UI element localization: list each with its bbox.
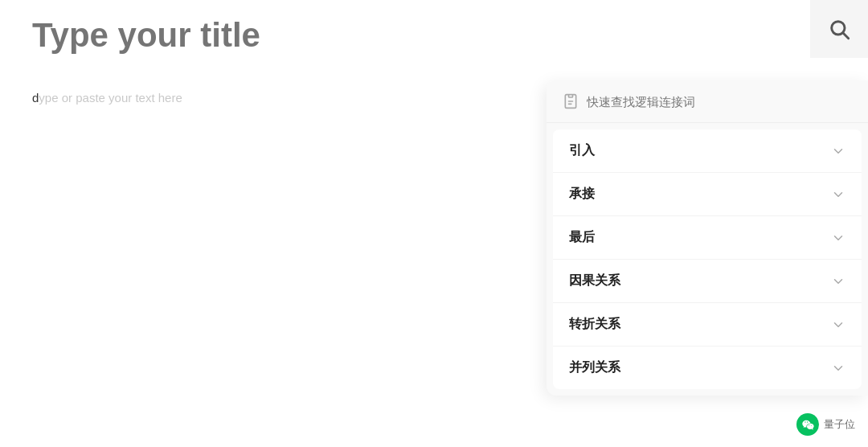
dropdown-panel: 引入 承接 最后 因果关系 [547,80,868,396]
category-list: 引入 承接 最后 因果关系 [553,129,862,389]
clipboard-icon [563,93,579,109]
editor-content: dype or paste your text here [32,88,305,108]
chevron-down-icon-2 [831,231,845,245]
category-item-4[interactable]: 转折关系 [553,303,862,347]
title-area [32,16,836,55]
svg-line-1 [843,33,848,38]
watermark-text: 量子位 [824,417,855,432]
main-container: dype or paste your text here 引入 [0,0,868,447]
category-label-4: 转折关系 [569,316,620,333]
category-label-2: 最后 [569,229,595,246]
chevron-down-icon-3 [831,274,845,289]
watermark: 量子位 [796,413,855,436]
category-item-0[interactable]: 引入 [553,129,862,173]
category-label-5: 并列关系 [569,359,620,376]
category-item-3[interactable]: 因果关系 [553,260,862,303]
category-item-5[interactable]: 并列关系 [553,347,862,389]
chevron-down-icon-5 [831,361,845,375]
search-icon [828,18,850,40]
category-label-0: 引入 [569,142,595,159]
category-label-1: 承接 [569,186,595,203]
svg-rect-2 [569,95,573,97]
search-button[interactable] [810,0,868,58]
category-label-3: 因果关系 [569,273,620,289]
dropdown-search-bar [547,80,868,123]
chevron-down-icon-4 [831,318,845,332]
wechat-logo [801,418,814,431]
category-item-1[interactable]: 承接 [553,173,862,216]
category-item-2[interactable]: 最后 [553,216,862,260]
title-input[interactable] [32,16,836,55]
wechat-icon [796,413,819,436]
chevron-down-icon-0 [831,144,845,158]
dropdown-search-input[interactable] [587,95,852,109]
editor-area: dype or paste your text here [32,88,305,415]
chevron-down-icon-1 [831,187,845,202]
editor-placeholder: ype or paste your text here [39,91,182,105]
